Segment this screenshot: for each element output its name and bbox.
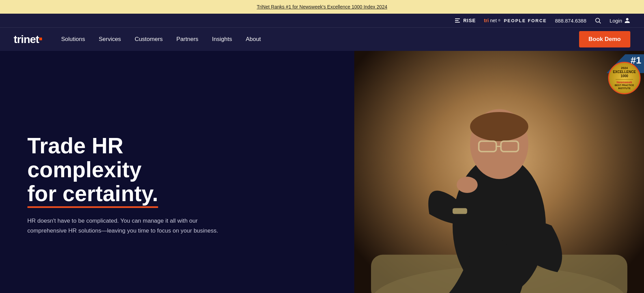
badge-institute-label: BEST PRACTICE INSTITUTE bbox=[612, 84, 637, 90]
nav-solutions[interactable]: Solutions bbox=[56, 32, 91, 46]
phone-number[interactable]: 888.874.6388 bbox=[555, 18, 587, 24]
badge-medal: 2024 EXCELLENCE 1000 Newsweek BEST PRACT… bbox=[608, 62, 641, 94]
svg-rect-12 bbox=[452, 208, 467, 214]
trinet-tri: tri bbox=[484, 18, 489, 23]
people-force-logo[interactable]: trinet ® PEOPLE FORCE bbox=[484, 18, 547, 23]
headline-line3: for certainty. bbox=[27, 182, 158, 206]
nav-links: Solutions Services Customers Partners In… bbox=[56, 32, 579, 46]
svg-point-7 bbox=[470, 112, 529, 141]
book-demo-button[interactable]: Book Demo bbox=[579, 31, 630, 47]
badge-newsweek-label: Newsweek bbox=[617, 81, 632, 84]
login-label: Login bbox=[609, 18, 622, 24]
nav-about[interactable]: About bbox=[240, 32, 266, 46]
headline-line1: Trade HR bbox=[27, 134, 123, 158]
rise-lines-icon bbox=[455, 18, 460, 23]
people-force-text: PEOPLE FORCE bbox=[504, 18, 547, 23]
award-badge: #1 2024 EXCELLENCE 1000 Newsweek BEST PR… bbox=[603, 54, 644, 102]
search-icon bbox=[594, 17, 601, 24]
badge-excellence-label: EXCELLENCE bbox=[613, 70, 636, 74]
nav-partners[interactable]: Partners bbox=[171, 32, 204, 46]
hero-content: Trade HR complexity for certainty. HR do… bbox=[0, 51, 354, 293]
headline-certainty: certainty bbox=[63, 181, 152, 206]
logo-dot bbox=[39, 38, 42, 40]
logo-link[interactable]: trinet bbox=[14, 33, 42, 46]
hero-headline: Trade HR complexity for certainty. bbox=[27, 134, 334, 206]
badge-year: 2024 bbox=[621, 66, 628, 70]
top-banner: TriNet Ranks #1 for Newsweek's Excellenc… bbox=[0, 0, 644, 14]
badge-rank-number: #1 bbox=[631, 56, 641, 65]
headline-for: for bbox=[27, 181, 63, 206]
trademark: ® bbox=[498, 19, 501, 22]
nav-insights[interactable]: Insights bbox=[207, 32, 238, 46]
search-button[interactable] bbox=[594, 17, 601, 24]
hero-image bbox=[354, 51, 644, 293]
rise-logo[interactable]: RISE bbox=[455, 18, 476, 23]
svg-point-11 bbox=[456, 177, 477, 193]
hero-section: Trade HR complexity for certainty. HR do… bbox=[0, 51, 644, 293]
badge-divider bbox=[616, 79, 633, 80]
headline-line2: complexity bbox=[27, 157, 141, 182]
banner-link[interactable]: TriNet Ranks #1 for Newsweek's Excellenc… bbox=[257, 4, 387, 10]
secondary-nav: RISE trinet ® PEOPLE FORCE 888.874.6388 … bbox=[0, 14, 644, 27]
nav-services[interactable]: Services bbox=[93, 32, 126, 46]
svg-line-1 bbox=[599, 22, 601, 24]
rise-label: RISE bbox=[463, 18, 476, 23]
hero-subtext: HR doesn't have to be complicated. You c… bbox=[27, 216, 219, 236]
svg-point-0 bbox=[596, 18, 600, 22]
badge-index-label: 1000 bbox=[620, 74, 628, 78]
trinet-net: net bbox=[490, 18, 497, 23]
login-button[interactable]: Login bbox=[609, 17, 630, 24]
primary-nav: trinet Solutions Services Customers Part… bbox=[0, 27, 644, 51]
logo-text: trinet bbox=[14, 33, 42, 46]
person-icon bbox=[624, 17, 630, 24]
hero-person-svg bbox=[354, 51, 644, 293]
headline-period: . bbox=[152, 181, 158, 206]
nav-customers[interactable]: Customers bbox=[129, 32, 168, 46]
